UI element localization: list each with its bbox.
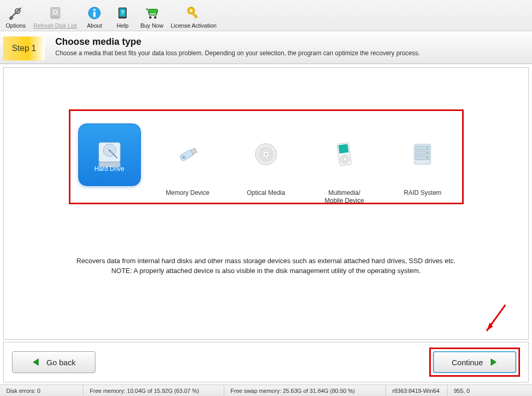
svg-rect-1 (9, 16, 13, 20)
toolbar-buynow[interactable]: Buy Now (138, 5, 165, 30)
wrench-screwdriver-icon (7, 5, 24, 21)
go-back-label: Go back (46, 358, 76, 367)
toolbar-buynow-label: Buy Now (140, 22, 163, 29)
step-badge: Step 1 (3, 36, 45, 60)
svg-point-29 (264, 153, 267, 155)
toolbar-license[interactable]: License Activation (168, 5, 219, 30)
svg-point-16 (190, 9, 192, 12)
raid-stack-icon (408, 140, 437, 170)
svg-point-13 (149, 16, 152, 19)
media-label-memory-device: Memory Device (166, 189, 209, 197)
status-disk-errors: Disk errors: 0 (0, 385, 83, 396)
media-type-box: Hard Drive Memory Device (69, 109, 464, 204)
toolbar-help-label: Help (117, 22, 129, 29)
button-bar: Go back Continue (3, 342, 529, 382)
annotation-arrow-icon (479, 302, 511, 338)
toolbar-license-label: License Activation (171, 22, 216, 29)
svg-point-40 (427, 157, 428, 158)
media-item-multimedia-device[interactable]: Multimedia/ Mobile Device (312, 123, 377, 205)
triangle-left-icon (32, 357, 41, 367)
media-item-optical-media[interactable]: Optical Media (234, 123, 298, 197)
svg-point-39 (427, 152, 428, 154)
status-bar: Disk errors: 0 Free memory: 10.04G of 15… (0, 385, 532, 396)
ipod-icon (331, 139, 358, 171)
svg-marker-44 (491, 359, 496, 366)
content-panel: Hard Drive Memory Device (3, 67, 529, 340)
svg-point-4 (54, 11, 56, 13)
optical-disc-icon (252, 140, 280, 170)
toolbar: Options Refresh Disk List About (0, 0, 532, 31)
status-free-swap: Free swap memory: 25.63G of 31.84G (80.5… (224, 385, 386, 396)
key-icon (185, 5, 202, 21)
usb-stick-icon (173, 140, 202, 170)
media-label-optical-media: Optical Media (247, 189, 285, 197)
status-free-memory: Free memory: 10.04G of 15.92G (63.07 %) (83, 385, 224, 396)
media-label-hard-drive: Hard Drive (94, 165, 124, 172)
svg-point-7 (93, 9, 95, 11)
info-circle-icon (86, 5, 103, 21)
svg-rect-5 (52, 16, 59, 18)
status-coords: 955, 0 (448, 385, 532, 396)
media-item-raid-system[interactable]: RAID System (390, 123, 455, 197)
toolbar-about-label: About (87, 22, 102, 29)
media-description: Recovers data from internal hard disks a… (45, 256, 487, 276)
svg-point-14 (154, 16, 156, 19)
svg-rect-31 (338, 144, 349, 154)
media-label-raid-system: RAID System (404, 189, 441, 197)
toolbar-refresh-label: Refresh Disk List (33, 22, 77, 29)
shopping-cart-icon (143, 5, 160, 21)
toolbar-options-label: Options (6, 22, 26, 29)
step-description: Choose a media that best fits your data … (55, 49, 420, 57)
hard-disk-gray-icon (47, 5, 64, 21)
svg-point-38 (427, 147, 428, 148)
svg-rect-12 (149, 9, 157, 14)
status-build: r8363:8419-Win64 (386, 385, 448, 396)
go-back-button[interactable]: Go back (12, 351, 95, 373)
toolbar-refresh: Refresh Disk List (31, 5, 79, 30)
triangle-right-icon (488, 357, 498, 367)
svg-point-33 (343, 157, 346, 160)
step-title: Choose media type (55, 36, 420, 47)
media-label-multimedia-device: Multimedia/ Mobile Device (324, 189, 364, 205)
svg-text:?: ? (121, 9, 125, 16)
step-header: Step 1 Choose media type Choose a media … (0, 31, 532, 64)
continue-label: Continue (452, 358, 483, 367)
toolbar-about[interactable]: About (82, 5, 107, 30)
svg-rect-8 (93, 11, 95, 17)
continue-button[interactable]: Continue (433, 351, 516, 373)
toolbar-options[interactable]: Options (3, 5, 28, 30)
toolbar-help[interactable]: ? Help (110, 5, 135, 30)
svg-marker-43 (33, 359, 39, 366)
media-item-memory-device[interactable]: Memory Device (155, 123, 220, 197)
media-item-hard-drive[interactable]: Hard Drive (77, 123, 142, 186)
help-book-icon: ? (114, 5, 131, 21)
continue-highlight: Continue (429, 348, 520, 377)
